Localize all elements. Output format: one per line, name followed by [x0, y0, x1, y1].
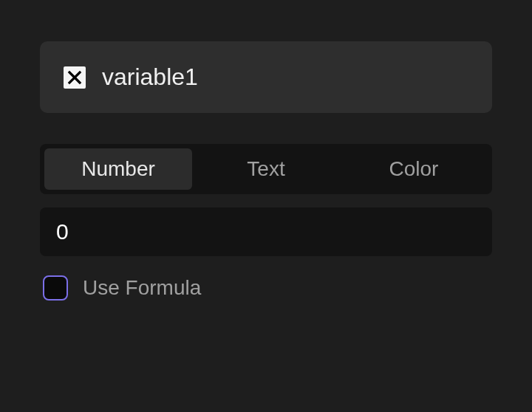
use-formula-checkbox[interactable] — [43, 275, 68, 301]
tab-text[interactable]: Text — [192, 148, 340, 190]
tab-number[interactable]: Number — [44, 148, 192, 190]
tab-color[interactable]: Color — [340, 148, 488, 190]
variable-value-input[interactable] — [40, 207, 492, 256]
formula-row: Use Formula — [40, 275, 492, 301]
variable-name-card: variable1 — [40, 41, 492, 113]
variable-name-text[interactable]: variable1 — [102, 63, 198, 91]
use-formula-label: Use Formula — [83, 276, 201, 300]
variable-x-icon — [64, 66, 86, 89]
type-tabs: Number Text Color — [40, 144, 492, 194]
